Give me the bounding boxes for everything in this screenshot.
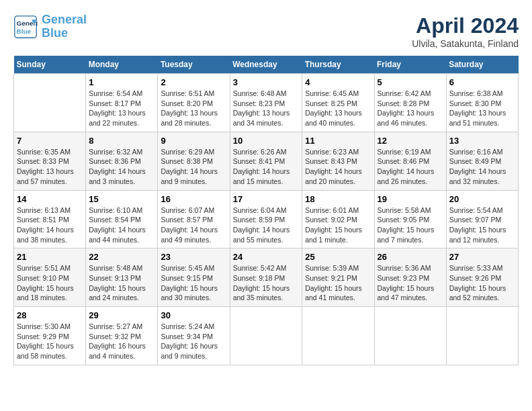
title-area: April 2024 Ulvila, Satakunta, Finland xyxy=(412,13,519,49)
day-number: 28 xyxy=(17,310,83,320)
calendar-cell: 5Sunrise: 6:42 AM Sunset: 8:28 PM Daylig… xyxy=(374,74,446,132)
day-number: 1 xyxy=(89,77,154,87)
day-number: 24 xyxy=(233,252,300,262)
svg-text:Blue: Blue xyxy=(17,28,32,35)
calendar-cell: 23Sunrise: 5:45 AM Sunset: 9:15 PM Dayli… xyxy=(158,248,230,307)
day-number: 7 xyxy=(17,136,83,146)
calendar-cell: 25Sunrise: 5:39 AM Sunset: 9:21 PM Dayli… xyxy=(302,248,374,307)
calendar-cell: 12Sunrise: 6:19 AM Sunset: 8:46 PM Dayli… xyxy=(374,132,446,190)
day-info: Sunrise: 6:10 AM Sunset: 8:54 PM Dayligh… xyxy=(89,205,154,245)
calendar-cell: 9Sunrise: 6:29 AM Sunset: 8:38 PM Daylig… xyxy=(158,132,230,190)
week-row-4: 21Sunrise: 5:51 AM Sunset: 9:10 PM Dayli… xyxy=(14,248,519,307)
day-info: Sunrise: 6:48 AM Sunset: 8:23 PM Dayligh… xyxy=(233,89,300,128)
calendar-cell: 10Sunrise: 6:26 AM Sunset: 8:41 PM Dayli… xyxy=(230,132,302,190)
day-header-tuesday: Tuesday xyxy=(158,56,230,74)
day-number: 6 xyxy=(449,77,515,87)
calendar-cell xyxy=(230,307,302,365)
calendar-cell: 6Sunrise: 6:38 AM Sunset: 8:30 PM Daylig… xyxy=(446,74,518,132)
day-info: Sunrise: 6:26 AM Sunset: 8:41 PM Dayligh… xyxy=(233,147,300,187)
day-number: 4 xyxy=(305,77,371,87)
day-info: Sunrise: 5:54 AM Sunset: 9:07 PM Dayligh… xyxy=(449,205,515,245)
calendar-cell xyxy=(14,74,86,132)
day-number: 13 xyxy=(449,136,515,146)
day-info: Sunrise: 5:27 AM Sunset: 9:32 PM Dayligh… xyxy=(89,322,154,361)
day-number: 5 xyxy=(378,77,443,87)
day-info: Sunrise: 6:07 AM Sunset: 8:57 PM Dayligh… xyxy=(161,205,226,245)
day-info: Sunrise: 6:45 AM Sunset: 8:25 PM Dayligh… xyxy=(305,89,371,128)
header: General Blue GeneralBlue April 2024 Ulvi… xyxy=(13,13,519,49)
day-info: Sunrise: 6:23 AM Sunset: 8:43 PM Dayligh… xyxy=(305,147,371,187)
day-number: 25 xyxy=(305,252,371,262)
calendar-cell xyxy=(302,307,374,365)
day-header-monday: Monday xyxy=(86,56,158,74)
header-row: SundayMondayTuesdayWednesdayThursdayFrid… xyxy=(14,56,519,74)
day-number: 2 xyxy=(161,77,226,87)
calendar-cell: 13Sunrise: 6:16 AM Sunset: 8:49 PM Dayli… xyxy=(446,132,518,190)
day-info: Sunrise: 6:38 AM Sunset: 8:30 PM Dayligh… xyxy=(449,89,515,128)
day-number: 20 xyxy=(449,194,515,204)
day-info: Sunrise: 6:29 AM Sunset: 8:38 PM Dayligh… xyxy=(161,147,226,187)
day-number: 21 xyxy=(17,252,83,262)
calendar-cell: 21Sunrise: 5:51 AM Sunset: 9:10 PM Dayli… xyxy=(14,248,86,307)
day-info: Sunrise: 5:36 AM Sunset: 9:23 PM Dayligh… xyxy=(378,263,443,303)
calendar-cell: 20Sunrise: 5:54 AM Sunset: 9:07 PM Dayli… xyxy=(446,190,518,248)
day-header-friday: Friday xyxy=(374,56,446,74)
day-number: 30 xyxy=(161,310,226,320)
subtitle: Ulvila, Satakunta, Finland xyxy=(412,38,519,49)
logo-text: GeneralBlue xyxy=(42,13,87,40)
day-info: Sunrise: 6:19 AM Sunset: 8:46 PM Dayligh… xyxy=(378,147,443,187)
day-header-sunday: Sunday xyxy=(14,56,86,74)
day-info: Sunrise: 6:54 AM Sunset: 8:17 PM Dayligh… xyxy=(89,89,154,128)
day-number: 22 xyxy=(89,252,154,262)
day-number: 27 xyxy=(449,252,515,262)
main-title: April 2024 xyxy=(412,13,519,38)
day-number: 14 xyxy=(17,194,83,204)
day-info: Sunrise: 6:13 AM Sunset: 8:51 PM Dayligh… xyxy=(17,205,83,245)
calendar-cell: 11Sunrise: 6:23 AM Sunset: 8:43 PM Dayli… xyxy=(302,132,374,190)
calendar-cell: 3Sunrise: 6:48 AM Sunset: 8:23 PM Daylig… xyxy=(230,74,302,132)
calendar-cell: 19Sunrise: 5:58 AM Sunset: 9:05 PM Dayli… xyxy=(374,190,446,248)
day-number: 16 xyxy=(161,194,226,204)
day-number: 12 xyxy=(378,136,443,146)
day-info: Sunrise: 6:16 AM Sunset: 8:49 PM Dayligh… xyxy=(449,147,515,187)
calendar-cell: 14Sunrise: 6:13 AM Sunset: 8:51 PM Dayli… xyxy=(14,190,86,248)
calendar-cell: 8Sunrise: 6:32 AM Sunset: 8:36 PM Daylig… xyxy=(86,132,158,190)
day-info: Sunrise: 6:42 AM Sunset: 8:28 PM Dayligh… xyxy=(378,89,443,128)
calendar-cell: 27Sunrise: 5:33 AM Sunset: 9:26 PM Dayli… xyxy=(446,248,518,307)
day-number: 26 xyxy=(378,252,443,262)
calendar-cell: 30Sunrise: 5:24 AM Sunset: 9:34 PM Dayli… xyxy=(158,307,230,365)
calendar-cell: 15Sunrise: 6:10 AM Sunset: 8:54 PM Dayli… xyxy=(86,190,158,248)
day-info: Sunrise: 5:30 AM Sunset: 9:29 PM Dayligh… xyxy=(17,322,83,361)
calendar-cell: 26Sunrise: 5:36 AM Sunset: 9:23 PM Dayli… xyxy=(374,248,446,307)
week-row-2: 7Sunrise: 6:35 AM Sunset: 8:33 PM Daylig… xyxy=(14,132,519,190)
day-info: Sunrise: 5:33 AM Sunset: 9:26 PM Dayligh… xyxy=(449,263,515,303)
calendar-cell xyxy=(374,307,446,365)
day-header-thursday: Thursday xyxy=(302,56,374,74)
day-info: Sunrise: 5:39 AM Sunset: 9:21 PM Dayligh… xyxy=(305,263,371,303)
day-info: Sunrise: 6:04 AM Sunset: 8:59 PM Dayligh… xyxy=(233,205,300,245)
day-info: Sunrise: 5:48 AM Sunset: 9:13 PM Dayligh… xyxy=(89,263,154,303)
day-number: 15 xyxy=(89,194,154,204)
day-number: 9 xyxy=(161,136,226,146)
calendar-cell: 2Sunrise: 6:51 AM Sunset: 8:20 PM Daylig… xyxy=(158,74,230,132)
day-info: Sunrise: 5:45 AM Sunset: 9:15 PM Dayligh… xyxy=(161,263,226,303)
week-row-1: 1Sunrise: 6:54 AM Sunset: 8:17 PM Daylig… xyxy=(14,74,519,132)
day-number: 19 xyxy=(378,194,443,204)
day-info: Sunrise: 5:51 AM Sunset: 9:10 PM Dayligh… xyxy=(17,263,83,303)
calendar-cell: 22Sunrise: 5:48 AM Sunset: 9:13 PM Dayli… xyxy=(86,248,158,307)
logo-icon: General Blue xyxy=(13,15,38,39)
day-number: 11 xyxy=(305,136,371,146)
day-number: 10 xyxy=(233,136,300,146)
day-info: Sunrise: 6:35 AM Sunset: 8:33 PM Dayligh… xyxy=(17,147,83,187)
calendar-cell: 4Sunrise: 6:45 AM Sunset: 8:25 PM Daylig… xyxy=(302,74,374,132)
calendar-cell: 17Sunrise: 6:04 AM Sunset: 8:59 PM Dayli… xyxy=(230,190,302,248)
week-row-5: 28Sunrise: 5:30 AM Sunset: 9:29 PM Dayli… xyxy=(14,307,519,365)
day-number: 3 xyxy=(233,77,300,87)
calendar-cell: 28Sunrise: 5:30 AM Sunset: 9:29 PM Dayli… xyxy=(14,307,86,365)
day-info: Sunrise: 5:42 AM Sunset: 9:18 PM Dayligh… xyxy=(233,263,300,303)
calendar-cell: 7Sunrise: 6:35 AM Sunset: 8:33 PM Daylig… xyxy=(14,132,86,190)
calendar-cell: 1Sunrise: 6:54 AM Sunset: 8:17 PM Daylig… xyxy=(86,74,158,132)
calendar-cell: 16Sunrise: 6:07 AM Sunset: 8:57 PM Dayli… xyxy=(158,190,230,248)
day-header-wednesday: Wednesday xyxy=(230,56,302,74)
day-header-saturday: Saturday xyxy=(446,56,518,74)
